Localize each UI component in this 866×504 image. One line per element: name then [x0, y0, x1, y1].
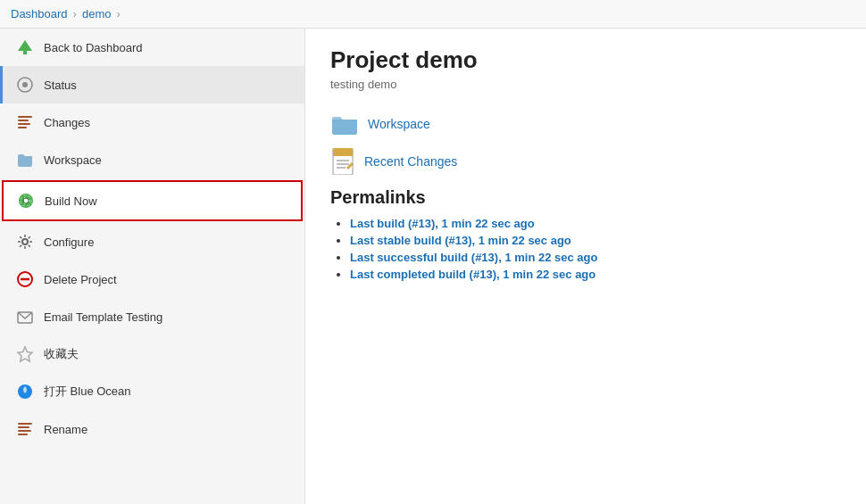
svg-marker-0	[18, 40, 32, 51]
topbar: Dashboard › demo ›	[0, 0, 866, 29]
project-desc: testing demo	[330, 78, 841, 91]
sidebar-label-favorites: 收藏夫	[44, 346, 79, 362]
list-item: Last completed build (#13), 1 min 22 sec…	[350, 268, 841, 281]
svg-rect-21	[18, 434, 28, 435]
configure-icon	[15, 232, 35, 252]
svg-rect-1	[23, 51, 27, 54]
svg-rect-6	[18, 123, 30, 125]
svg-rect-24	[333, 153, 353, 156]
last-build-link[interactable]: Last build (#13), 1 min 22 sec ago	[350, 217, 535, 230]
sidebar-item-configure[interactable]: Configure	[0, 223, 304, 260]
main-content: Project demo testing demo Workspace	[305, 29, 866, 504]
svg-rect-19	[18, 426, 29, 428]
sidebar-label-back: Back to Dashboard	[44, 41, 143, 54]
delete-icon	[15, 269, 35, 289]
breadcrumb: Dashboard › demo ›	[11, 7, 121, 21]
notepad-icon	[330, 148, 355, 175]
sidebar-item-email-template[interactable]: Email Template Testing	[0, 298, 304, 335]
breadcrumb-sep2: ›	[116, 7, 120, 21]
sidebar-item-build-now[interactable]: Build Now	[2, 180, 303, 221]
permalink-list: Last build (#13), 1 min 22 sec ago Last …	[330, 217, 841, 281]
svg-rect-20	[18, 430, 31, 432]
sidebar-label-workspace: Workspace	[44, 153, 102, 167]
recent-changes-link-item[interactable]: Recent Changes	[330, 148, 841, 175]
sidebar-label-configure: Configure	[44, 235, 94, 249]
sidebar-item-favorites[interactable]: 收藏夫	[0, 335, 304, 373]
changes-icon	[15, 112, 35, 132]
sidebar-label-build-now: Build Now	[45, 194, 97, 208]
sidebar-item-rename[interactable]: Rename	[0, 410, 304, 448]
last-stable-link[interactable]: Last stable build (#13), 1 min 22 sec ag…	[350, 234, 571, 247]
svg-marker-16	[18, 347, 32, 361]
last-completed-link[interactable]: Last completed build (#13), 1 min 22 sec…	[350, 268, 595, 281]
sidebar-item-workspace[interactable]: Workspace	[0, 141, 304, 178]
last-successful-link[interactable]: Last successful build (#13), 1 min 22 se…	[350, 251, 597, 264]
workspace-icon	[15, 150, 35, 169]
sidebar-item-status[interactable]: Status	[0, 66, 304, 103]
list-item: Last build (#13), 1 min 22 sec ago	[350, 217, 841, 230]
list-item: Last stable build (#13), 1 min 22 sec ag…	[350, 234, 841, 247]
breadcrumb-sep1: ›	[73, 7, 77, 21]
sidebar-item-changes[interactable]: Changes	[0, 103, 304, 141]
rename-icon	[15, 419, 35, 439]
svg-rect-18	[18, 423, 32, 425]
svg-rect-4	[18, 116, 32, 118]
svg-point-12	[22, 239, 28, 244]
sidebar-label-email: Email Template Testing	[44, 310, 162, 324]
recent-changes-link[interactable]: Recent Changes	[364, 154, 457, 169]
status-icon	[15, 75, 35, 95]
folder-icon	[330, 112, 359, 136]
sidebar-label-delete: Delete Project	[44, 273, 117, 286]
workspace-link-item[interactable]: Workspace	[330, 112, 841, 136]
sidebar: Back to Dashboard Status C	[0, 29, 305, 504]
sidebar-label-changes: Changes	[44, 116, 90, 129]
page-layout: Back to Dashboard Status C	[0, 29, 866, 504]
arrow-up-icon	[15, 37, 35, 57]
svg-point-3	[22, 82, 28, 87]
project-title: Project demo	[330, 46, 841, 74]
breadcrumb-dashboard[interactable]: Dashboard	[11, 7, 68, 21]
email-icon	[15, 307, 35, 326]
workspace-link[interactable]: Workspace	[368, 117, 430, 131]
sidebar-label-blue-ocean: 打开 Blue Ocean	[44, 384, 131, 400]
sidebar-item-delete-project[interactable]: Delete Project	[0, 260, 304, 298]
build-icon	[16, 191, 36, 211]
permalinks-title: Permalinks	[330, 187, 841, 208]
star-icon	[15, 344, 35, 364]
list-item: Last successful build (#13), 1 min 22 se…	[350, 251, 841, 264]
sidebar-label-rename: Rename	[44, 423, 87, 436]
svg-rect-7	[18, 127, 27, 128]
breadcrumb-demo[interactable]: demo	[82, 7, 112, 21]
sidebar-item-back-to-dashboard[interactable]: Back to Dashboard	[0, 29, 304, 66]
svg-rect-5	[18, 120, 29, 121]
sidebar-item-blue-ocean[interactable]: 打开 Blue Ocean	[0, 373, 304, 410]
blue-ocean-icon	[15, 382, 35, 401]
sidebar-label-status: Status	[44, 78, 77, 92]
